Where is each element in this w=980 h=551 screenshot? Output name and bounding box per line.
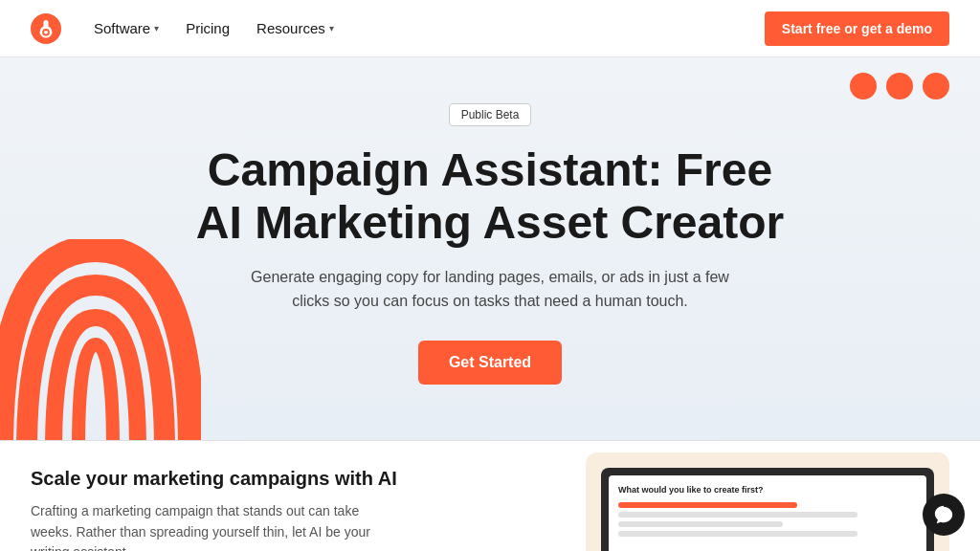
chevron-down-icon: ▾ bbox=[154, 23, 159, 33]
lower-right-demo: What would you like to create first? Ste… bbox=[586, 452, 949, 551]
nav-resources[interactable]: Resources ▾ bbox=[247, 14, 344, 42]
get-started-button[interactable]: Get Started bbox=[418, 341, 562, 385]
nav-left: Software ▾ Pricing Resources ▾ bbox=[31, 13, 344, 44]
arch-decoration bbox=[0, 239, 201, 440]
lower-text-1: Crafting a marketing campaign that stand… bbox=[31, 501, 394, 551]
hero-section: Public Beta Campaign Assistant: Free AI … bbox=[0, 57, 980, 440]
hubspot-logo bbox=[31, 13, 61, 44]
navbar: Software ▾ Pricing Resources ▾ Start fre… bbox=[0, 0, 980, 57]
dot-3 bbox=[923, 73, 949, 99]
dot-2 bbox=[886, 73, 913, 99]
start-free-button[interactable]: Start free or get a demo bbox=[765, 11, 949, 46]
svg-point-2 bbox=[44, 30, 48, 33]
nav-software[interactable]: Software ▾ bbox=[84, 14, 168, 42]
dot-decoration bbox=[850, 73, 949, 99]
hero-title: Campaign Assistant: Free AI Marketing As… bbox=[193, 143, 787, 249]
mock-row-1 bbox=[618, 502, 797, 508]
chevron-down-icon-resources: ▾ bbox=[329, 23, 334, 33]
chat-icon bbox=[933, 504, 954, 525]
mock-row-2 bbox=[618, 512, 858, 518]
mock-laptop: What would you like to create first? bbox=[601, 468, 934, 551]
public-beta-badge: Public Beta bbox=[449, 103, 532, 126]
lower-title: Scale your marketing campaigns with AI bbox=[31, 468, 555, 490]
mock-screen: What would you like to create first? bbox=[609, 475, 926, 551]
lower-section: Scale your marketing campaigns with AI C… bbox=[0, 440, 980, 551]
dot-1 bbox=[850, 73, 877, 99]
nav-pricing[interactable]: Pricing bbox=[176, 14, 239, 42]
chat-button[interactable] bbox=[923, 494, 965, 536]
mock-row-4 bbox=[618, 531, 858, 537]
hero-subtitle: Generate engaging copy for landing pages… bbox=[241, 266, 739, 314]
mock-screen-heading: What would you like to create first? bbox=[618, 485, 917, 495]
mock-row-3 bbox=[618, 521, 783, 527]
lower-left-content: Scale your marketing campaigns with AI C… bbox=[0, 441, 586, 551]
